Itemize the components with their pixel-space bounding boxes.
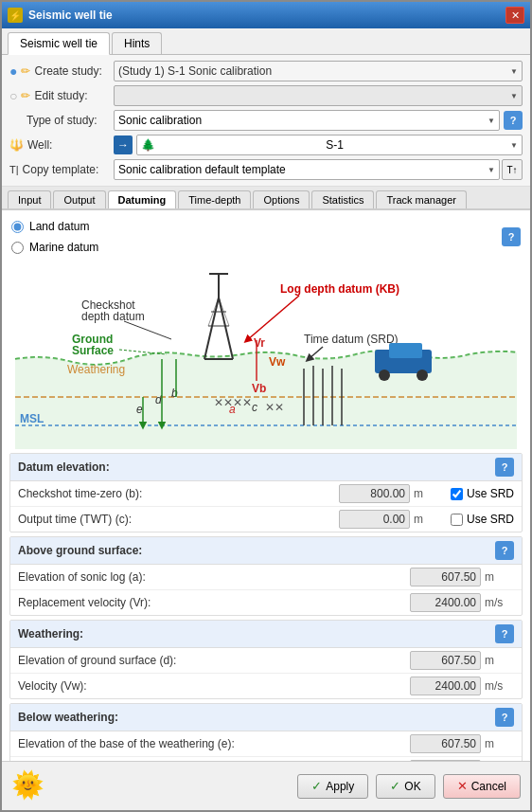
copy-template-dropdown-arrow: ▼ <box>488 166 495 174</box>
output-use-srd-checkbox: Use SRD <box>451 513 514 526</box>
marine-datum-row: Marine datum <box>11 239 98 256</box>
datum-elevation-group: Datum elevation: ? Checkshot time-zero (… <box>9 453 523 532</box>
svg-text:c: c <box>252 401 257 414</box>
base-weathering-row: Elevation of the base of the weathering … <box>10 731 522 757</box>
elevation-sonic-row: Elevation of sonic log (a): m <box>10 565 522 590</box>
output-time-input[interactable] <box>339 510 410 529</box>
create-study-row: ● ✏ Create study: (Study 1) S-1 Sonic ca… <box>9 61 523 81</box>
marine-datum-label: Marine datum <box>29 241 98 254</box>
edit-study-dropdown-arrow: ▼ <box>510 92 518 100</box>
svg-text:Vr: Vr <box>254 336 265 350</box>
svg-text:b: b <box>171 387 178 400</box>
weathering-help[interactable]: ? <box>495 624 514 643</box>
copy-template-row: T| Copy template: Sonic calibration defa… <box>9 159 523 180</box>
tab-seismic-well-tie[interactable]: Seismic well tie <box>8 32 110 55</box>
ok-button[interactable]: ✓ OK <box>376 774 434 799</box>
replacement-velocity-input[interactable] <box>410 593 481 612</box>
checkshot-time-input[interactable] <box>339 484 410 503</box>
edit-study-input[interactable]: ▼ <box>114 85 523 106</box>
type-of-study-input[interactable]: Sonic calibration ▼ <box>114 110 500 131</box>
tab-output[interactable]: Output <box>53 190 105 208</box>
apply-checkmark: ✓ <box>311 779 322 793</box>
create-study-radio[interactable]: ● <box>9 63 17 79</box>
title-bar: ⚡ Seismic well tie ✕ <box>2 2 530 28</box>
cancel-button[interactable]: ✕ Cancel <box>443 774 521 799</box>
create-study-icon: ✏ <box>21 64 30 78</box>
datum-elevation-help[interactable]: ? <box>495 458 514 477</box>
datuming-help[interactable]: ? <box>502 227 521 246</box>
checkshot-time-row: Checkshot time-zero (b): m Use SRD <box>10 481 522 507</box>
type-of-study-dropdown-arrow: ▼ <box>488 117 495 125</box>
study-form: ● ✏ Create study: (Study 1) S-1 Sonic ca… <box>2 55 530 187</box>
well-icon: 🔱 <box>9 138 24 152</box>
land-datum-radio[interactable] <box>11 221 24 233</box>
main-tab-bar: Seismic well tie Hints <box>2 28 530 55</box>
vw-velocity-row: Velocity (Vw): m/s <box>10 674 522 698</box>
copy-template-label: T| Copy template: <box>9 163 114 176</box>
tab-options[interactable]: Options <box>253 190 310 208</box>
template-extra-button[interactable]: T↑ <box>502 159 523 180</box>
checkshot-srd-check[interactable] <box>451 488 463 500</box>
tab-input[interactable]: Input <box>8 190 51 208</box>
cancel-crossmark: ✕ <box>457 779 468 793</box>
svg-rect-18 <box>389 343 422 358</box>
create-study-label: ● ✏ Create study: <box>9 63 114 79</box>
type-of-study-label: Type of study: <box>9 114 114 127</box>
vw-velocity-input[interactable] <box>410 677 481 695</box>
svg-text:e: e <box>136 403 143 416</box>
svg-text:d: d <box>155 393 162 406</box>
type-of-study-help[interactable]: ? <box>504 111 523 130</box>
svg-text:depth datum: depth datum <box>81 310 145 323</box>
ground-elevation-row: Elevation of ground surface (d): m <box>10 648 522 674</box>
land-datum-row: Land datum <box>11 218 98 235</box>
svg-text:Surface: Surface <box>72 344 114 357</box>
window-icon: ⚡ <box>8 8 23 23</box>
edit-study-label: ○ ✏ Edit study: <box>9 88 114 103</box>
below-weathering-group: Below weathering: ? Elevation of the bas… <box>9 703 523 761</box>
well-tree-icon: 🌲 <box>141 138 155 152</box>
above-ground-header: Above ground surface: ? <box>10 537 522 565</box>
svg-text:Time datum (SRD): Time datum (SRD) <box>304 333 399 346</box>
svg-text:Vb: Vb <box>252 382 266 395</box>
svg-text:Vw: Vw <box>269 355 286 369</box>
tab-datuming[interactable]: Datuming <box>108 190 177 208</box>
corner-decoration: 🌞 <box>11 769 44 801</box>
land-datum-label: Land datum <box>29 220 89 233</box>
elevation-sonic-input[interactable] <box>410 568 481 586</box>
above-ground-group: Above ground surface: ? Elevation of son… <box>9 536 523 616</box>
svg-text:Weathering: Weathering <box>67 363 125 376</box>
edit-study-icon: ✏ <box>21 89 30 102</box>
ground-elevation-input[interactable] <box>410 651 481 670</box>
tab-statistics[interactable]: Statistics <box>311 190 374 208</box>
below-weathering-help[interactable]: ? <box>495 708 514 727</box>
output-srd-check[interactable] <box>451 514 463 526</box>
type-of-study-row: Type of study: Sonic calibration ▼ ? <box>9 110 523 131</box>
marine-datum-radio[interactable] <box>11 242 24 254</box>
close-button[interactable]: ✕ <box>505 7 524 24</box>
apply-button[interactable]: ✓ Apply <box>297 774 368 799</box>
create-study-input[interactable]: (Study 1) S-1 Sonic calibration ▼ <box>114 61 523 81</box>
datum-options: Land datum Marine datum ? <box>2 210 530 260</box>
copy-template-input[interactable]: Sonic calibration default template ▼ <box>114 159 500 180</box>
copy-template-icon: T| <box>9 164 19 175</box>
svg-point-19 <box>379 370 390 381</box>
well-dropdown-arrow: ▼ <box>510 141 518 150</box>
checkshot-use-srd-checkbox: Use SRD <box>451 487 514 500</box>
above-ground-help[interactable]: ? <box>495 541 514 560</box>
tab-track-manager[interactable]: Track manager <box>376 190 467 208</box>
main-window: ⚡ Seismic well tie ✕ Seismic well tie Hi… <box>0 0 532 812</box>
well-input[interactable]: 🌲 S-1 ▼ <box>136 135 523 155</box>
well-label: 🔱 Well: <box>9 138 114 152</box>
edit-study-radio[interactable]: ○ <box>9 88 17 103</box>
tab-time-depth[interactable]: Time-depth <box>178 190 251 208</box>
ok-checkmark: ✓ <box>390 779 400 793</box>
well-arrow-icon: → <box>114 135 133 154</box>
replacement-velocity-row: Replacement velocity (Vr): m/s <box>10 590 522 615</box>
tab-hints[interactable]: Hints <box>112 32 162 54</box>
datuming-content: Land datum Marine datum ? <box>2 210 530 761</box>
weathering-header: Weathering: ? <box>10 621 522 648</box>
base-weathering-input[interactable] <box>410 734 481 753</box>
create-study-dropdown-arrow: ▼ <box>510 67 518 76</box>
output-time-row: Output time (TWT) (c): m Use SRD <box>10 507 522 532</box>
svg-text:✕✕: ✕✕ <box>265 401 284 414</box>
